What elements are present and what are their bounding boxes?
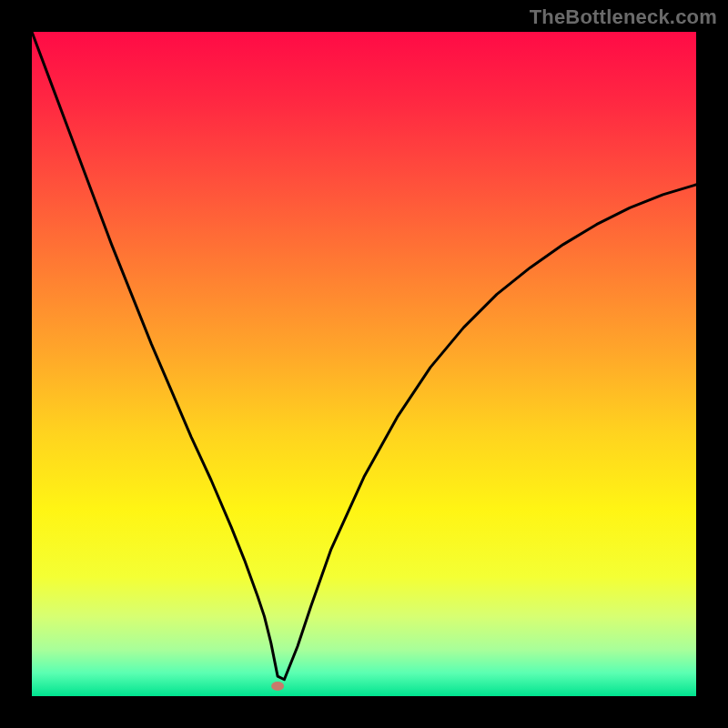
- chart-svg: [32, 32, 696, 696]
- chart-frame: TheBottleneck.com: [0, 0, 728, 728]
- optimum-marker: [271, 682, 284, 691]
- plot-area: [32, 32, 696, 696]
- gradient-background: [32, 32, 696, 696]
- watermark-text: TheBottleneck.com: [530, 5, 717, 29]
